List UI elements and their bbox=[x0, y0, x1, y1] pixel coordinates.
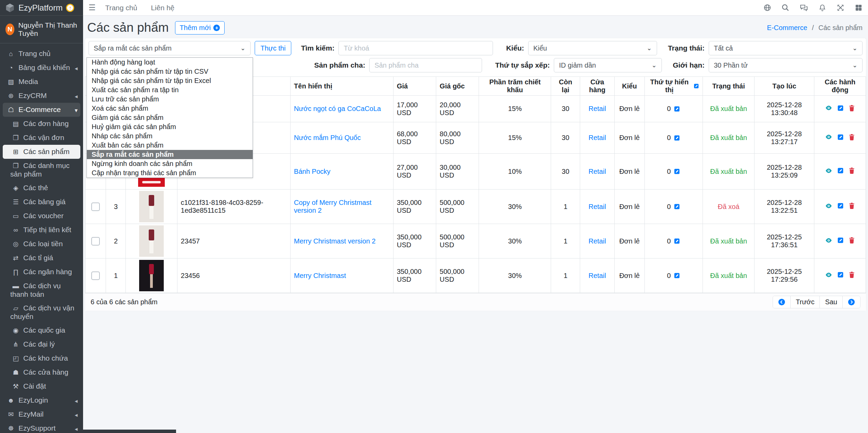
edit-icon[interactable] bbox=[673, 238, 680, 245]
sidebar-item-ezysupport[interactable]: ☸◂EzySupport bbox=[3, 421, 80, 433]
dropdown-option[interactable]: Giảm giá các sản phẩm bbox=[87, 113, 253, 122]
sidebar-item-cac-the[interactable]: ◈Các thẻ bbox=[3, 181, 80, 195]
sidebar-item-cac-van-don[interactable]: ❒Các vận đơn bbox=[3, 131, 80, 145]
sidebar-item-cac-loai-tien[interactable]: ◎Các loại tiền bbox=[3, 237, 80, 251]
delete-trash-icon[interactable] bbox=[849, 237, 855, 244]
sidebar-item-cac-bang-gia[interactable]: ☰Các bảng giá bbox=[3, 195, 80, 209]
store-link[interactable]: Retail bbox=[588, 168, 606, 175]
type-select[interactable]: Kiểu ⌄ bbox=[528, 41, 657, 55]
bell-icon[interactable] bbox=[818, 4, 826, 12]
grid-icon[interactable] bbox=[855, 4, 863, 12]
edit-icon[interactable] bbox=[673, 106, 680, 112]
product-display-name-link[interactable]: Copy of Merry Christmast version 2 bbox=[294, 199, 372, 214]
edit-icon[interactable] bbox=[837, 237, 844, 244]
view-eye-icon[interactable] bbox=[825, 167, 832, 174]
dropdown-option[interactable]: Ngừng kinh doanh các sản phẩm bbox=[87, 159, 253, 168]
search-input[interactable] bbox=[338, 41, 493, 55]
sidebar-item-cac-voucher[interactable]: ▭Các voucher bbox=[3, 209, 80, 223]
delete-trash-icon[interactable] bbox=[849, 202, 855, 209]
bulk-action-select[interactable]: Sắp ra mắt các sản phẩm ⌄ bbox=[89, 41, 251, 55]
edit-icon[interactable] bbox=[837, 104, 844, 112]
dropdown-option[interactable]: Xuất các sản phẩm ra tập tin bbox=[87, 85, 253, 95]
upgrade-icon[interactable]: ↑ bbox=[66, 4, 74, 12]
store-link[interactable]: Retail bbox=[588, 134, 606, 141]
navbar-link-contact[interactable]: Liên hệ bbox=[151, 4, 174, 12]
row-checkbox[interactable] bbox=[91, 237, 100, 246]
edit-icon[interactable] bbox=[837, 202, 844, 209]
sidebar-item-ezylogin[interactable]: ☻◂EzyLogin bbox=[3, 393, 80, 407]
dropdown-option[interactable]: Lưu trữ các sản phẩm bbox=[87, 95, 253, 104]
dropdown-option[interactable]: Xuất bản các sản phẩm bbox=[87, 141, 253, 150]
store-link[interactable]: Retail bbox=[588, 203, 606, 210]
edit-icon[interactable] bbox=[673, 272, 680, 279]
user-panel[interactable]: N Nguyễn Thị Thanh Tuyền bbox=[0, 16, 83, 43]
breadcrumb-parent-link[interactable]: E-Commerce bbox=[767, 24, 807, 31]
product-display-name-link[interactable]: Bánh Pocky bbox=[294, 168, 331, 175]
edit-icon[interactable] bbox=[673, 203, 680, 210]
dropdown-option[interactable]: Cập nhận trạng thái các sản phẩm bbox=[87, 168, 253, 178]
view-eye-icon[interactable] bbox=[825, 202, 832, 210]
sidebar-item-cac-dai-ly[interactable]: ⋔Các đại lý bbox=[3, 337, 80, 351]
view-eye-icon[interactable] bbox=[825, 237, 832, 244]
sidebar-item-bang-dieu-khien[interactable]: ◔◂Bảng điều khiển bbox=[3, 61, 80, 75]
edit-icon[interactable] bbox=[837, 134, 844, 141]
sidebar-item-cac-quoc-gia[interactable]: ◉Các quốc gia bbox=[3, 323, 80, 337]
dropdown-option[interactable]: Nhập giá các sản phẩm từ tập tin Excel bbox=[87, 76, 253, 85]
view-eye-icon[interactable] bbox=[825, 133, 832, 141]
sidebar-item-cac-kho-chua[interactable]: ◰Các kho chứa bbox=[3, 351, 80, 365]
sidebar-item-cac-san-pham[interactable]: ⊞Các sản phẩm bbox=[3, 145, 80, 159]
sidebar-item-e-commerce[interactable]: ☖▾E-Commerce bbox=[3, 103, 80, 117]
row-checkbox[interactable] bbox=[91, 271, 100, 280]
delete-trash-icon[interactable] bbox=[849, 104, 855, 112]
sidebar-item-ezymail[interactable]: ✉◂EzyMail bbox=[3, 407, 80, 421]
parent-product-input[interactable] bbox=[369, 58, 482, 72]
search-icon[interactable] bbox=[782, 4, 789, 12]
edit-icon[interactable] bbox=[837, 167, 844, 174]
dropdown-option[interactable]: Sắp ra mắt các sản phẩm bbox=[87, 150, 253, 159]
status-select[interactable]: Tất cả ⌄ bbox=[709, 41, 863, 55]
sort-select[interactable]: ID giảm dần ⌄ bbox=[554, 58, 662, 72]
first-page-button[interactable] bbox=[773, 296, 790, 308]
sidebar-item-cac-ngan-hang[interactable]: ∏Các ngân hàng bbox=[3, 265, 80, 279]
sidebar-item-cac-don-hang[interactable]: ▤Các đơn hàng bbox=[3, 117, 80, 131]
execute-button[interactable]: Thực thi bbox=[255, 41, 291, 55]
delete-trash-icon[interactable] bbox=[849, 167, 855, 174]
view-eye-icon[interactable] bbox=[825, 271, 832, 279]
sidebar-item-cac-dich-vu-van-chuyen[interactable]: ▱Các dịch vụ vận chuyển bbox=[3, 301, 80, 323]
edit-icon[interactable] bbox=[673, 135, 680, 141]
sidebar-item-cac-ti-gia[interactable]: ⇄Các tỉ giá bbox=[3, 251, 80, 265]
sidebar-item-ezycrm[interactable]: ⊛◂EzyCRM bbox=[3, 89, 80, 103]
product-display-name-link[interactable]: Merry Christmast version 2 bbox=[294, 237, 376, 245]
sidebar-item-cai-dat[interactable]: ⚒Cài đặt bbox=[3, 379, 80, 393]
store-link[interactable]: Retail bbox=[588, 272, 606, 279]
sidebar-item-cac-dich-vu-thanh-toan[interactable]: ▬Các dịch vụ thanh toán bbox=[3, 279, 80, 301]
sidebar-item-cac-cua-hang[interactable]: ☗Các cửa hàng bbox=[3, 365, 80, 379]
product-display-name-link[interactable]: Nước ngọt có ga CoCaCoLa bbox=[294, 105, 381, 112]
delete-trash-icon[interactable] bbox=[849, 271, 855, 278]
hamburger-icon[interactable]: ☰ bbox=[89, 3, 96, 12]
delete-trash-icon[interactable] bbox=[849, 134, 855, 141]
add-new-button[interactable]: Thêm mới + bbox=[175, 21, 225, 34]
last-page-button[interactable] bbox=[842, 296, 860, 308]
dropdown-option[interactable]: Nháp các sản phẩm bbox=[87, 131, 253, 141]
dropdown-option[interactable]: Nhập giá các sản phẩm từ tập tin CSV bbox=[87, 67, 253, 76]
dropdown-option[interactable]: Huỷ giảm giá các sản phẩm bbox=[87, 122, 253, 131]
comments-icon[interactable] bbox=[800, 4, 808, 12]
dropdown-option[interactable]: Xoá các sản phẩm bbox=[87, 104, 253, 113]
expand-icon[interactable] bbox=[837, 4, 844, 12]
navbar-link-home[interactable]: Trang chủ bbox=[105, 4, 137, 12]
product-display-name-link[interactable]: Nước mắm Phú Quốc bbox=[294, 134, 361, 141]
row-checkbox[interactable] bbox=[91, 202, 100, 211]
prev-page-button[interactable]: Trước bbox=[790, 296, 820, 308]
view-eye-icon[interactable] bbox=[825, 104, 832, 112]
edit-icon[interactable] bbox=[693, 83, 699, 89]
limit-select[interactable]: 30 Phần tử ⌄ bbox=[709, 58, 863, 72]
sidebar-item-media[interactable]: ▨Media bbox=[3, 75, 80, 89]
globe-icon[interactable] bbox=[763, 4, 771, 12]
edit-icon[interactable] bbox=[837, 271, 844, 278]
next-page-button[interactable]: Sau bbox=[819, 296, 842, 308]
sidebar-item-tiep-thi-lien-ket[interactable]: ∞Tiếp thị liên kết bbox=[3, 223, 80, 237]
sidebar-item-trang-chu[interactable]: ⌂Trang chủ bbox=[3, 47, 80, 61]
edit-icon[interactable] bbox=[673, 168, 680, 175]
dropdown-option[interactable]: Hành động hàng loạt bbox=[87, 58, 253, 67]
